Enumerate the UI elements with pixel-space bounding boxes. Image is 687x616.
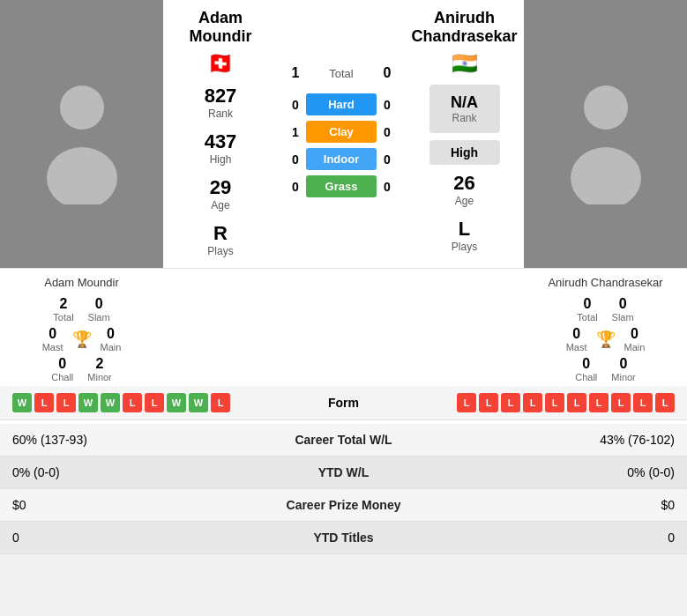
total-row: 1 Total 0 bbox=[285, 65, 398, 81]
form-badge-p1: L bbox=[211, 393, 230, 412]
form-badge-p2: L bbox=[523, 393, 542, 412]
player1-age-box: 29 Age bbox=[210, 176, 231, 212]
top-section: Adam Moundir 🇨🇭 827 Rank 437 High 29 Age… bbox=[0, 0, 687, 268]
stat-center-label: YTD Titles bbox=[227, 522, 460, 554]
indoor-button: Indoor bbox=[306, 148, 377, 170]
player2-plays-label: Plays bbox=[452, 241, 477, 253]
player2-plays-value: L bbox=[452, 218, 477, 241]
total-score-left: 1 bbox=[285, 65, 306, 81]
form-section: WLLWWLLWWL Form LLLLLLLLLL bbox=[0, 386, 687, 420]
player2-photo bbox=[524, 0, 687, 268]
bottom-stats-table: 60% (137-93) Career Total W/L 43% (76-10… bbox=[0, 424, 687, 554]
form-badge-p2: L bbox=[655, 393, 675, 412]
player1-flag: 🇨🇭 bbox=[207, 51, 234, 76]
stat-right-value: 0% (0-0) bbox=[460, 456, 687, 489]
form-badge-p1: W bbox=[167, 393, 186, 412]
player1-main-stat: 0 Main bbox=[101, 326, 122, 353]
indoor-score-left: 0 bbox=[285, 152, 306, 167]
grass-score-left: 0 bbox=[285, 180, 306, 194]
form-badge-p2: L bbox=[479, 393, 498, 412]
player-stats-row: Adam Moundir 2 Total 0 Slam 0 Mast 🏆 bbox=[0, 268, 687, 386]
form-badge-p2: L bbox=[633, 393, 653, 412]
player1-total-stat: 2 Total bbox=[53, 296, 73, 323]
player1-high-value: 437 bbox=[205, 130, 237, 153]
player1-name-below-area: Adam Moundir 2 Total 0 Slam 0 Mast 🏆 bbox=[0, 269, 163, 386]
player1-mast-stat: 0 Mast bbox=[42, 326, 63, 353]
player2-mast-stat: 0 Mast bbox=[566, 326, 587, 353]
player2-main-stat: 0 Main bbox=[624, 326, 646, 353]
player1-name-below: Adam Moundir bbox=[0, 272, 163, 296]
clay-score-right: 0 bbox=[377, 125, 398, 139]
player2-rank-label: Rank bbox=[445, 112, 484, 124]
player2-info: Anirudh Chandrasekar 🇮🇳 N/A Rank High 26… bbox=[405, 0, 524, 268]
hard-button: Hard bbox=[306, 93, 377, 115]
total-label: Total bbox=[306, 67, 377, 80]
stat-center-label: Career Prize Money bbox=[227, 489, 460, 522]
form-badge-p2: L bbox=[457, 393, 476, 412]
player2-rank-box: N/A Rank bbox=[429, 85, 500, 133]
total-score-right: 0 bbox=[377, 65, 398, 81]
player2-high-value: High bbox=[445, 145, 484, 160]
player2-name: Anirudh Chandrasekar bbox=[411, 9, 517, 46]
stat-center-label: YTD W/L bbox=[227, 456, 460, 489]
player1-high-box: 437 High bbox=[205, 130, 237, 166]
player1-form-badges: WLLWWLLWWL bbox=[12, 393, 291, 412]
stats-table-row: 60% (137-93) Career Total W/L 43% (76-10… bbox=[0, 424, 687, 456]
form-badge-p2: L bbox=[589, 393, 609, 412]
player1-chall-stat: 0 Chall bbox=[51, 356, 73, 382]
form-badge-p1: L bbox=[56, 393, 76, 412]
player1-name: Adam Moundir bbox=[190, 9, 252, 46]
svg-point-4 bbox=[584, 85, 628, 130]
player2-name-below-area: Anirudh Chandrasekar 0 Total 0 Slam 0 Ma… bbox=[524, 269, 687, 386]
clay-score-left: 1 bbox=[285, 125, 306, 139]
form-badge-p1: W bbox=[12, 393, 32, 412]
player1-trophy-icon: 🏆 bbox=[72, 330, 92, 349]
player1-plays-label: Plays bbox=[207, 245, 233, 257]
stat-right-value: $0 bbox=[460, 489, 687, 522]
player1-age-label: Age bbox=[210, 199, 231, 212]
main-container: Adam Moundir 🇨🇭 827 Rank 437 High 29 Age… bbox=[0, 0, 687, 554]
form-badge-p2: L bbox=[501, 393, 520, 412]
stat-right-value: 0 bbox=[460, 522, 687, 554]
clay-button: Clay bbox=[306, 121, 377, 143]
indoor-score-right: 0 bbox=[377, 152, 398, 167]
grass-score-right: 0 bbox=[377, 180, 398, 194]
player2-flag: 🇮🇳 bbox=[452, 51, 478, 76]
player1-age-value: 29 bbox=[210, 176, 231, 199]
stat-left-value: 60% (137-93) bbox=[0, 424, 227, 456]
form-badge-p2: L bbox=[567, 393, 586, 412]
player2-plays-box: L Plays bbox=[452, 218, 477, 253]
hard-score-right: 0 bbox=[377, 98, 398, 112]
player2-name-below: Anirudh Chandrasekar bbox=[524, 272, 687, 296]
surface-clay-row: 1 Clay 0 bbox=[285, 121, 398, 143]
form-badge-p1: W bbox=[78, 393, 98, 412]
stat-center-label: Career Total W/L bbox=[227, 424, 460, 456]
player1-photo bbox=[0, 0, 163, 268]
player2-trophy-icon: 🏆 bbox=[596, 330, 616, 349]
form-label: Form bbox=[291, 396, 397, 410]
player2-age-value: 26 bbox=[453, 172, 474, 195]
surface-grass-row: 0 Grass 0 bbox=[285, 175, 398, 197]
stats-table-row: $0 Career Prize Money $0 bbox=[0, 489, 687, 522]
form-badge-p1: L bbox=[123, 393, 142, 412]
middle-panel: 1 Total 0 0 Hard 0 1 Clay 0 0 Indoor 0 0 bbox=[278, 0, 405, 268]
player1-high-label: High bbox=[205, 153, 237, 166]
player1-rank-label: Rank bbox=[205, 108, 237, 120]
middle-spacer bbox=[163, 269, 524, 386]
hard-score-left: 0 bbox=[285, 98, 306, 112]
player2-form-badges: LLLLLLLLLL bbox=[397, 393, 676, 412]
form-badge-p1: W bbox=[101, 393, 120, 412]
player2-minor-stat: 0 Minor bbox=[611, 356, 636, 382]
form-badge-p2: L bbox=[611, 393, 631, 412]
stats-table-row: 0% (0-0) YTD W/L 0% (0-0) bbox=[0, 456, 687, 489]
stat-left-value: 0% (0-0) bbox=[0, 456, 227, 489]
form-badge-p1: W bbox=[189, 393, 208, 412]
svg-point-1 bbox=[60, 85, 104, 130]
stat-left-value: 0 bbox=[0, 522, 227, 554]
form-badge-p1: L bbox=[145, 393, 164, 412]
form-badge-p1: L bbox=[34, 393, 54, 412]
player2-slam-stat: 0 Slam bbox=[612, 296, 634, 323]
surface-hard-row: 0 Hard 0 bbox=[285, 93, 398, 115]
stats-table-row: 0 YTD Titles 0 bbox=[0, 522, 687, 554]
stat-right-value: 43% (76-102) bbox=[460, 424, 687, 456]
